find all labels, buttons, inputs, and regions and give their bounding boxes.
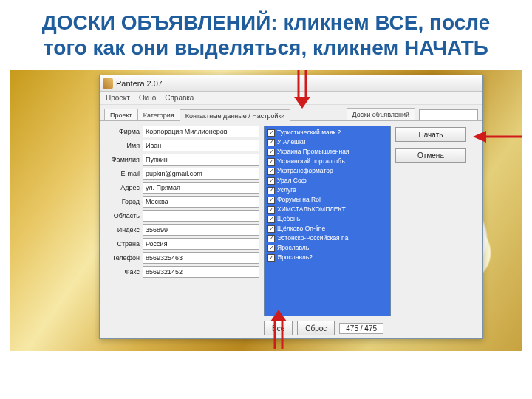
list-item-label: Ярославль2: [277, 253, 313, 262]
app-window: Pantera 2.07 Проект Окно Справка Проект …: [99, 75, 483, 339]
tab-boards[interactable]: Доски объявлений: [347, 108, 415, 120]
label-firm: Фирма: [104, 128, 143, 135]
list-item[interactable]: ✓Эстонско-Российская па: [266, 233, 389, 243]
list-item[interactable]: ✓Щёлково On-line: [266, 224, 389, 233]
label-index: Индекс: [104, 226, 143, 233]
label-region: Область: [104, 212, 143, 219]
checkbox-icon[interactable]: ✓: [267, 129, 275, 137]
checkbox-icon[interactable]: ✓: [267, 254, 275, 262]
button-cancel[interactable]: Отмена: [395, 148, 466, 163]
list-item-label: У Алешки: [277, 137, 305, 147]
list-item[interactable]: ✓Украина Промышленная: [266, 147, 389, 157]
tab-project[interactable]: Проект: [104, 109, 138, 120]
label-country: Страна: [104, 240, 143, 248]
list-item-label: Туристический маяк 2: [277, 128, 341, 137]
checkbox-icon[interactable]: ✓: [267, 216, 275, 223]
background-photo: Pantera 2.07 Проект Окно Справка Проект …: [10, 70, 522, 351]
tab-category[interactable]: Категория: [137, 109, 180, 120]
checkbox-icon[interactable]: ✓: [267, 245, 275, 252]
window-title: Pantera 2.07: [116, 79, 163, 88]
input-phone[interactable]: 8569325463: [143, 252, 259, 264]
list-item-label: Укртрансформатор: [277, 166, 333, 176]
list-item-label: Эстонско-Российская па: [277, 233, 348, 243]
menu-help[interactable]: Справка: [165, 94, 194, 102]
menu-project[interactable]: Проект: [106, 94, 130, 102]
list-item[interactable]: ✓Туристический маяк 2: [266, 128, 389, 137]
list-item[interactable]: ✓Укртрансформатор: [266, 166, 389, 176]
list-item-label: Щебень: [277, 214, 300, 224]
contact-form: ФирмаКорпорация Миллионеров ИмяИван Фами…: [104, 126, 259, 335]
menubar: Проект Окно Справка: [100, 92, 482, 105]
label-phone: Телефон: [104, 254, 143, 262]
checkbox-icon[interactable]: ✓: [267, 149, 275, 156]
list-item-label: Украина Промышленная: [277, 147, 349, 157]
checkbox-icon[interactable]: ✓: [267, 225, 275, 233]
input-city[interactable]: Москва: [143, 196, 259, 208]
list-item[interactable]: ✓Украинский портал объ: [266, 157, 389, 166]
list-item-label: Форумы на Rol: [277, 195, 321, 205]
label-city: Город: [104, 198, 143, 205]
checkbox-icon[interactable]: ✓: [267, 158, 275, 166]
button-all[interactable]: Все: [264, 321, 293, 335]
tab-textfield[interactable]: [419, 109, 478, 120]
input-index[interactable]: 356899: [143, 224, 259, 236]
boards-panel: ✓Туристический маяк 2✓У Алешки✓Украина П…: [264, 126, 391, 335]
label-email: E-mail: [104, 170, 143, 177]
list-item[interactable]: ✓Услуга: [266, 185, 389, 195]
menu-window[interactable]: Окно: [139, 94, 156, 102]
input-email[interactable]: pupkin@gmail.com: [143, 168, 259, 180]
input-address[interactable]: ул. Прямая: [143, 182, 259, 194]
list-item-label: Украинский портал объ: [277, 157, 345, 166]
checkbox-icon[interactable]: ✓: [267, 235, 275, 242]
button-start[interactable]: Начать: [395, 127, 466, 142]
input-country[interactable]: Россия: [143, 238, 259, 250]
list-item-label: ХИМСТАЛЬКОМПЛЕКТ: [277, 205, 346, 214]
input-region[interactable]: [143, 210, 259, 222]
input-firm[interactable]: Корпорация Миллионеров: [143, 126, 259, 137]
action-panel: Начать Отмена: [395, 126, 466, 335]
titlebar: Pantera 2.07: [100, 75, 482, 92]
checkbox-icon[interactable]: ✓: [267, 168, 275, 175]
label-address: Адрес: [104, 184, 143, 191]
slide-title: ДОСКИ ОБЪЯВЛЕНИЙ: кликнем ВСЕ, после тог…: [0, 0, 532, 66]
list-item-label: Щёлково On-line: [277, 224, 325, 233]
button-reset[interactable]: Сброс: [297, 321, 335, 335]
label-fax: Факс: [104, 268, 143, 276]
tabbar: Проект Категория Контактные данные / Нас…: [100, 105, 482, 121]
checkbox-icon[interactable]: ✓: [267, 197, 275, 204]
checkbox-icon[interactable]: ✓: [267, 206, 275, 214]
checkbox-icon[interactable]: ✓: [267, 187, 275, 194]
label-surname: Фамилия: [104, 156, 143, 163]
list-item[interactable]: ✓ХИМСТАЛЬКОМПЛЕКТ: [266, 205, 389, 214]
app-icon: [103, 78, 113, 89]
list-item[interactable]: ✓У Алешки: [266, 137, 389, 147]
list-item-label: Урал Соф: [277, 176, 307, 185]
checkbox-icon[interactable]: ✓: [267, 139, 275, 146]
list-item[interactable]: ✓Щебень: [266, 214, 389, 224]
checkbox-icon[interactable]: ✓: [267, 177, 275, 185]
list-item-label: Услуга: [277, 185, 296, 195]
list-item-label: Ярославль: [277, 243, 309, 253]
input-surname[interactable]: Пупкин: [143, 154, 259, 166]
input-fax[interactable]: 8569321452: [143, 266, 259, 278]
tab-contacts[interactable]: Контактные данные / Настройки: [180, 109, 291, 121]
list-item[interactable]: ✓Урал Соф: [266, 176, 389, 185]
counter-field: 475 / 475: [339, 323, 383, 334]
list-item[interactable]: ✓Ярославль: [266, 243, 389, 253]
label-name: Имя: [104, 142, 143, 149]
list-item[interactable]: ✓Ярославль2: [266, 253, 389, 262]
input-name[interactable]: Иван: [143, 140, 259, 151]
list-item[interactable]: ✓Форумы на Rol: [266, 195, 389, 205]
boards-listbox[interactable]: ✓Туристический маяк 2✓У Алешки✓Украина П…: [264, 126, 391, 316]
